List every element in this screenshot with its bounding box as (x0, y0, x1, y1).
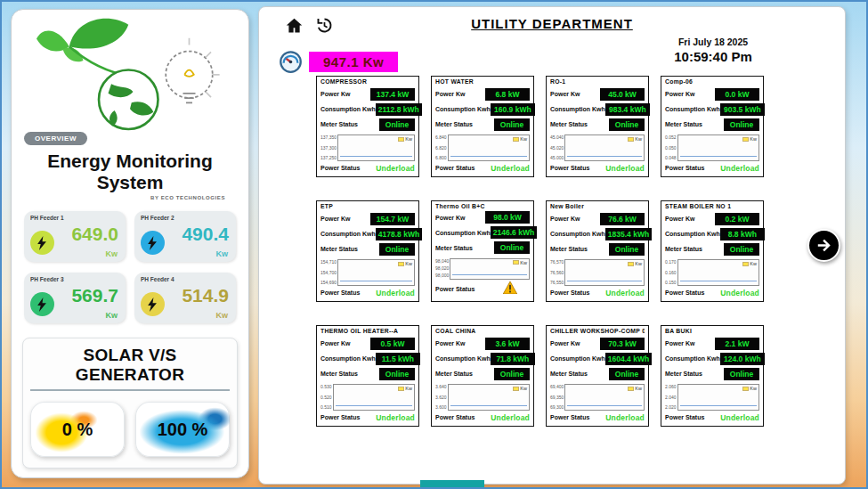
power-status-value: Underload (605, 164, 645, 173)
card-title: HOT WATER (435, 78, 530, 85)
consumption-value: 11.5 kWh (376, 353, 420, 365)
chart-legend: Kw (742, 261, 757, 266)
consumption-label: Consumption Kwh (320, 106, 376, 112)
power-value: 3.6 kW (485, 338, 530, 350)
power-status-value: Underload (605, 289, 645, 297)
next-page-button[interactable] (807, 229, 840, 262)
meter-status-value: Online (724, 243, 759, 256)
tick-label: 137,250 (320, 156, 337, 160)
consumption-value: 2146.6 kWh (491, 226, 537, 239)
card-title: COMPRESSOR (320, 78, 415, 85)
chart-y-ticks: 137,350 137,300 137,250 (320, 134, 337, 161)
tick-label: 0.170 (665, 260, 677, 265)
chart-plot-area: Kw (450, 258, 530, 280)
power-status-value: Underload (376, 289, 415, 297)
chart-plot-area: Kw (448, 134, 530, 161)
power-status-label: Power Status (320, 414, 360, 420)
meter-status-label: Meter Status (665, 246, 702, 252)
feeder-label: PH Feeder 4 (141, 276, 230, 282)
power-value: 76.6 kW (600, 213, 645, 225)
equipment-card[interactable]: COMPRESSOR Power Kw 137.4 kW Consumption… (316, 76, 419, 177)
meter-status-value: Online (609, 118, 645, 131)
page-title: UTILITY DEPARTMENT (259, 16, 845, 31)
warning-triangle (503, 281, 517, 294)
legend-swatch (513, 387, 519, 391)
legend-swatch (398, 137, 404, 142)
tick-label: 76,560 (550, 271, 564, 275)
tick-label: 0.520 (320, 395, 332, 400)
equipment-card[interactable]: New Boiler Power Kw 76.6 kW Consumption … (546, 200, 649, 302)
meter-status-row: Meter Status Online (550, 118, 645, 131)
date-label: Fri July 18 2025 (651, 37, 775, 47)
lightning-icon (141, 292, 165, 316)
equipment-card[interactable]: STEAM BOILER NO 1 Power Kw 0.2 kW Consum… (661, 200, 764, 302)
equipment-card[interactable]: THERMO OIL HEATER--A Power Kw 0.5 kW Con… (316, 325, 419, 427)
feeder-grid: PH Feeder 1 649.0 Kw PH Feeder 2 490.4 K… (22, 211, 238, 323)
equipment-card[interactable]: ETP Power Kw 154.7 kW Consumption Kwh 41… (316, 200, 419, 302)
overview-badge[interactable]: OVERVIEW (24, 132, 87, 145)
consumption-value: 903.5 kWh (720, 103, 765, 116)
meter-status-row: Meter Status Online (550, 243, 645, 256)
consumption-label: Consumption Kwh (320, 355, 376, 362)
mini-trend-chart: 6.840 6.820 6.800 Kw (435, 134, 530, 161)
power-status-value: Underload (491, 164, 530, 173)
main-panel: UTILITY DEPARTMENT Fri July 18 2025 10:5… (258, 6, 846, 485)
legend-unit: Kw (750, 386, 757, 391)
equipment-card[interactable]: Thermo Oil B+C Power Kw 98.0 kW Consumpt… (431, 200, 534, 302)
chart-y-ticks: 6.840 6.820 6.800 (435, 134, 448, 161)
total-power-badge: 947.1 Kw (309, 52, 398, 72)
mini-trend-chart: 76,570 76,560 76,550 Kw (550, 259, 645, 286)
feeder-card: PH Feeder 1 649.0 Kw (24, 211, 126, 262)
power-row: Power Kw 154.7 kW (320, 213, 415, 225)
power-value: 2.1 kW (715, 338, 759, 350)
power-label: Power Kw (435, 340, 465, 346)
tick-label: 76,550 (550, 281, 564, 285)
mini-trend-chart: 154,710 154,700 154,690 Kw (320, 259, 415, 286)
tick-label: 0.530 (320, 385, 332, 389)
solar-vs-generator-panel: SOLAR V/S GENERATOR 0 % 100 % (22, 338, 238, 469)
consumption-label: Consumption Kwh (665, 355, 720, 362)
chart-plot-area: Kw (333, 384, 415, 411)
power-status-label: Power Status (435, 414, 475, 420)
equipment-card[interactable]: COAL CHINA Power Kw 3.6 kW Consumption K… (431, 325, 534, 427)
consumption-value: 160.9 kWh (491, 103, 535, 116)
consumption-label: Consumption Kwh (550, 231, 605, 237)
consumption-row: Consumption Kwh 11.5 kWh (320, 353, 415, 365)
feeder-value: 490.4 (182, 224, 229, 245)
chart-plot-area: Kw (677, 259, 759, 286)
chart-plot-area: Kw (337, 259, 415, 286)
equipment-card[interactable]: BA BUKI Power Kw 2.1 kW Consumption Kwh … (661, 325, 764, 427)
meter-status-label: Meter Status (320, 121, 358, 127)
legend-swatch (742, 137, 749, 142)
solar-generator-row: 0 % 100 % (30, 402, 230, 457)
consumption-label: Consumption Kwh (435, 355, 491, 362)
meter-status-value: Online (379, 243, 415, 256)
legend-unit: Kw (750, 136, 757, 142)
card-title: RO-1 (550, 78, 645, 85)
consumption-label: Consumption Kwh (665, 231, 720, 237)
power-status-value: Underload (720, 164, 759, 173)
power-label: Power Kw (665, 340, 694, 346)
footer-tab[interactable] (420, 480, 484, 489)
chart-legend: Kw (513, 386, 527, 391)
power-status-row: Power Status Underload (435, 413, 530, 422)
equipment-card[interactable]: RO-1 Power Kw 45.0 kW Consumption Kwh 98… (546, 76, 649, 177)
equipment-card[interactable]: HOT WATER Power Kw 6.8 kW Consumption Kw… (431, 76, 534, 177)
meter-status-label: Meter Status (550, 246, 588, 252)
chart-plot-area: Kw (564, 384, 645, 411)
power-status-value: Underload (720, 289, 759, 297)
equipment-card[interactable]: Comp-06 Power Kw 0.0 kW Consumption Kwh … (661, 76, 764, 177)
legend-swatch (742, 387, 749, 391)
equipment-card[interactable]: CHILLER WORKSHOP-COMP 06 Power Kw 70.3 k… (546, 325, 649, 427)
chart-legend: Kw (398, 261, 412, 266)
power-status-label: Power Status (550, 165, 589, 171)
legend-unit: Kw (520, 136, 527, 142)
datetime-block: Fri July 18 2025 10:59:40 Pm (651, 37, 775, 64)
legend-unit: Kw (635, 136, 642, 142)
legend-swatch (398, 387, 404, 391)
tick-label: 154,700 (320, 271, 337, 275)
bolt-glyph (37, 236, 47, 250)
solar-percentage: 0 % (62, 420, 93, 440)
warning-icon (503, 281, 517, 297)
chart-legend: Kw (398, 136, 412, 142)
